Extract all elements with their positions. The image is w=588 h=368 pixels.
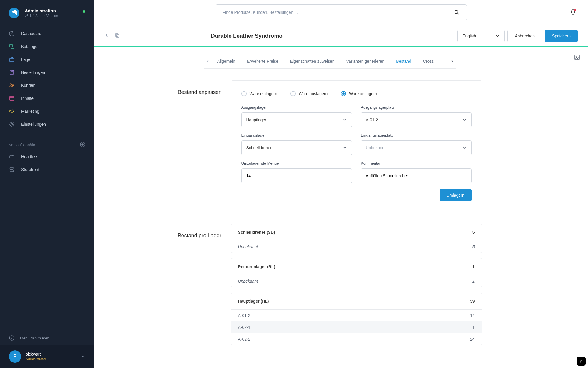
radio-label: Ware umlagern [349, 91, 377, 96]
cancel-button[interactable]: Abbrechen [507, 30, 542, 42]
sidebar: Administration v6.1.4 Stable Version Das… [0, 0, 94, 368]
bin-name: A-01-2 [238, 313, 250, 318]
catalog-icon [9, 44, 15, 49]
svg-rect-4 [10, 58, 14, 62]
section-title-stock: Bestand pro Lager [178, 224, 231, 345]
symfony-debug-icon[interactable] [577, 357, 586, 366]
save-button[interactable]: Speichern [545, 30, 578, 42]
bin-name: A-02-2 [238, 337, 250, 342]
main: Durable Leather Syndromo English Abbrech… [94, 0, 588, 368]
user-menu[interactable]: P pickware Administrator [0, 345, 94, 368]
tab-eigenschaften-zuweisen[interactable]: Eigenschaften zuweisen [284, 54, 340, 68]
select-value: Hauptlager [246, 117, 267, 122]
notifications-button[interactable] [570, 9, 576, 16]
tab-bestand[interactable]: Bestand [390, 54, 417, 68]
topbar [94, 0, 588, 25]
content-area: AllgemeinErweiterte PreiseEigenschaften … [94, 47, 566, 368]
image-icon[interactable] [574, 54, 580, 368]
radio-outbound[interactable]: Ware auslagern [290, 91, 328, 96]
headless-icon [9, 154, 15, 160]
warehouse-name: Schnelldreher (SD) [238, 230, 275, 235]
stock-card-header: Retourenlager (RL)1 [231, 258, 482, 275]
stock-row: Unbekannt5 [231, 241, 482, 253]
svg-rect-11 [10, 156, 14, 158]
tab-cross[interactable]: Cross [417, 54, 440, 68]
tab-erweiterte-preise[interactable]: Erweiterte Preise [241, 54, 284, 68]
nav-label: Kataloge [21, 44, 37, 49]
radio-inbound[interactable]: Ware einlagern [241, 91, 277, 96]
radio-icon [290, 91, 296, 96]
nav-customers[interactable]: Kunden [0, 79, 94, 92]
nav-marketing[interactable]: Marketing [0, 105, 94, 118]
stock-row: A-02-11 [231, 321, 482, 333]
select-dest-wh[interactable]: Schnelldreher [241, 140, 352, 155]
warehouse-icon [9, 57, 15, 62]
nav-content[interactable]: Inhalte [0, 92, 94, 105]
notification-dot-icon [574, 9, 576, 11]
warehouse-name: Retourenlager (RL) [238, 264, 275, 269]
svg-point-7 [12, 84, 14, 86]
content-icon [9, 95, 15, 101]
orders-icon [9, 69, 15, 75]
saleschannel-storefront[interactable]: Storefront [0, 163, 94, 176]
user-role: Administrator [26, 357, 81, 361]
admin-title: Administration [25, 8, 58, 13]
storefront-icon [9, 167, 15, 173]
progress-bar [94, 46, 588, 47]
page-title: Durable Leather Syndromo [211, 33, 283, 39]
warehouse-total: 39 [470, 299, 475, 304]
duplicate-icon[interactable] [114, 33, 120, 39]
nav-settings[interactable]: Einstellungen [0, 118, 94, 131]
saleschannel-label: Headless [21, 154, 38, 159]
saleschannels-header: Verkaufskanäle [0, 134, 94, 150]
chevron-up-icon [81, 354, 85, 359]
nav-dashboard[interactable]: Dashboard [0, 27, 94, 40]
select-source-wh[interactable]: Hauptlager [241, 112, 352, 127]
minimize-menu[interactable]: Menü minimieren [0, 331, 94, 345]
saleschannel-headless[interactable]: Headless [0, 150, 94, 163]
radio-icon [241, 91, 247, 96]
add-saleschannel-icon[interactable] [80, 142, 85, 147]
radio-transfer[interactable]: Ware umlagern [341, 91, 377, 96]
input-qty[interactable] [241, 168, 352, 183]
select-source-bin[interactable]: A-01-2 [361, 112, 472, 127]
svg-point-6 [10, 84, 12, 85]
search-field[interactable] [216, 4, 467, 20]
nav-label: Dashboard [21, 31, 41, 36]
back-icon[interactable] [104, 33, 109, 39]
info-icon [9, 335, 15, 341]
stock-row: Unbekannt1 [231, 275, 482, 287]
marketing-icon [9, 108, 15, 114]
language-select[interactable]: English [457, 30, 505, 42]
search-icon [454, 10, 460, 15]
warehouse-name: Hauptlager (HL) [238, 299, 269, 304]
stock-card: Hauptlager (HL)39A-01-214A-02-11A-02-224 [231, 293, 482, 345]
tabs-next-icon[interactable] [449, 59, 456, 63]
bin-qty: 14 [470, 313, 475, 318]
transfer-button[interactable]: Umlagern [440, 189, 472, 201]
search-input[interactable] [223, 10, 454, 15]
nav-catalogs[interactable]: Kataloge [0, 40, 94, 53]
svg-rect-5 [10, 70, 14, 74]
radio-icon [341, 91, 346, 96]
bin-qty: 1 [472, 325, 475, 330]
stock-card-header: Schnelldreher (SD)5 [231, 224, 482, 241]
label-dest-bin: Eingangslagerplatz [361, 133, 472, 137]
nav-warehouse[interactable]: Lager [0, 53, 94, 66]
nav-orders[interactable]: Bestellungen [0, 66, 94, 79]
adjust-panel: Ware einlagern Ware auslagern Ware umlag… [231, 80, 482, 210]
customers-icon [9, 82, 15, 88]
app-logo-icon [9, 8, 19, 18]
main-nav: Dashboard Kataloge Lager Bestellungen Ku… [0, 24, 94, 134]
input-comment[interactable] [361, 168, 472, 183]
section-title-adjust: Bestand anpassen [178, 80, 231, 210]
pagebar: Durable Leather Syndromo English Abbrech… [94, 25, 588, 47]
tab-allgemein[interactable]: Allgemein [211, 54, 241, 68]
saleschannel-label: Storefront [21, 167, 39, 172]
tab-varianten-generieren[interactable]: Varianten generieren [340, 54, 390, 68]
tabs-prev-icon[interactable] [204, 59, 211, 63]
nav-label: Kunden [21, 83, 35, 88]
select-dest-bin[interactable]: Unbekannt [361, 140, 472, 155]
bin-qty: 24 [470, 337, 475, 342]
select-placeholder: Unbekannt [366, 145, 386, 150]
